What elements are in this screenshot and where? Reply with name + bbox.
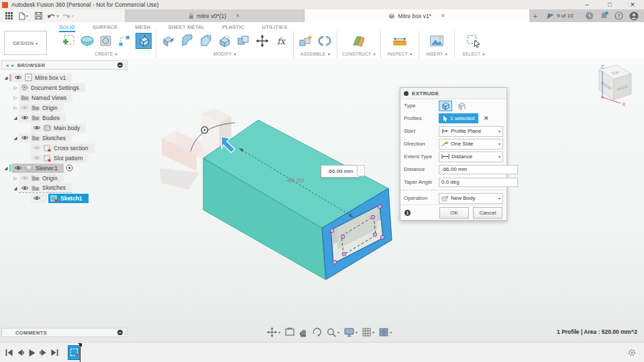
comments-panel-header[interactable]: COMMENTS (1, 328, 127, 337)
notifications-bell-icon[interactable] (600, 11, 608, 20)
document-limit-indicator[interactable]: 9 of 10 (547, 9, 573, 22)
eye-visible-icon[interactable] (33, 195, 41, 201)
expander-open-icon[interactable]: ◢ (12, 186, 19, 191)
tab-close-icon[interactable]: ✕ (235, 13, 240, 19)
dimension-input-grip[interactable]: ⋮ (357, 165, 365, 176)
tree-row-sleeve-component[interactable]: ◢ Sleeve:1 (1, 163, 95, 173)
combine-button[interactable] (235, 33, 252, 49)
tree-row-sleeve-sketches[interactable]: ◢ Sketches (1, 183, 95, 193)
zoom-tool-button[interactable]: ▾ (327, 328, 339, 337)
file-menu-button[interactable]: ▾ (17, 11, 30, 21)
distance-input[interactable] (439, 165, 518, 174)
expander-closed-icon[interactable]: ▷ (12, 95, 19, 101)
timeline-step-forward-button[interactable] (40, 349, 47, 356)
insert-canvas-button[interactable] (429, 33, 445, 49)
save-button[interactable] (32, 11, 44, 21)
look-at-button[interactable] (285, 328, 294, 337)
select-button[interactable] (466, 33, 482, 49)
pan-hand-button[interactable] (299, 328, 308, 337)
collapse-panel-icon[interactable]: ◄◄ (5, 63, 15, 68)
change-parameters-button[interactable]: fx (273, 33, 289, 49)
expander-closed-icon[interactable]: ▷ (12, 176, 19, 181)
tree-row-sketches[interactable]: ◢ Sketches (1, 133, 95, 143)
cancel-button[interactable]: Cancel (473, 207, 502, 219)
panel-options-icon[interactable] (117, 62, 123, 68)
group-label-assemble[interactable]: ASSEMBLE (301, 52, 325, 56)
create-sketch-button[interactable] (60, 33, 76, 49)
eye-visible-icon[interactable] (21, 115, 29, 121)
minimize-button[interactable]: – (576, 1, 598, 8)
tree-row-named-views[interactable]: ▷ Named Views (1, 93, 95, 103)
profiles-selected-chip[interactable]: 1 selected (439, 113, 478, 123)
app-launcher-grid-icon[interactable] (3, 11, 15, 21)
operation-dropdown[interactable]: New Body ▾ (439, 193, 503, 204)
tree-row-document-settings[interactable]: ▷ Document Settings (1, 82, 95, 93)
view-cube[interactable]: TOP FRONT RIGHT Z X (599, 64, 631, 107)
group-label-select[interactable]: SELECT (462, 52, 480, 56)
group-label-insert[interactable]: INSERT (426, 52, 443, 56)
close-button[interactable]: ✕ (621, 1, 644, 8)
timeline-play-button[interactable] (28, 349, 36, 357)
dialog-header[interactable]: EXTRUDE (400, 88, 506, 99)
fillet-button[interactable] (179, 33, 195, 49)
timeline-sketch-feature[interactable] (68, 345, 80, 360)
expander-closed-icon[interactable]: ▷ (12, 85, 19, 90)
tree-row-sketch1[interactable]: Sketch1 (1, 193, 95, 203)
expander-open-icon[interactable]: ◢ (12, 135, 19, 141)
eye-hidden-icon[interactable] (33, 145, 41, 151)
create-pattern-button[interactable] (117, 33, 133, 49)
eye-hidden-icon[interactable] (33, 155, 41, 161)
create-hole-button[interactable] (98, 33, 114, 49)
eye-visible-icon[interactable] (21, 135, 29, 141)
maximize-button[interactable]: □ (598, 1, 621, 8)
viewports-button[interactable]: ▾ (379, 328, 392, 337)
press-pull-button[interactable] (160, 33, 176, 49)
timeline-position-marker[interactable] (78, 343, 82, 347)
extruded-body[interactable] (203, 120, 392, 280)
document-tab-active[interactable]: Mitre box v1* ✕ (305, 9, 529, 22)
type-thin-extrude-button[interactable] (455, 101, 468, 111)
tab-close-icon[interactable]: ✕ (441, 13, 445, 19)
expander-closed-icon[interactable]: ▷ (12, 105, 19, 111)
group-label-construct[interactable]: CONSTRUCT (342, 52, 371, 56)
tree-row-slot-pattern[interactable]: Slot pattern (1, 153, 95, 163)
taper-angle-input[interactable] (439, 178, 518, 187)
timeline-settings-gear-icon[interactable] (628, 349, 636, 357)
start-dropdown[interactable]: Profile Plane ▾ (439, 126, 503, 137)
expander-open-icon[interactable]: ◢ (3, 166, 9, 171)
move-copy-button[interactable] (254, 33, 270, 49)
undo-button[interactable]: ▾ (47, 11, 59, 21)
eye-visible-icon[interactable] (14, 165, 22, 171)
ok-button[interactable]: OK (439, 207, 469, 219)
group-label-modify[interactable]: MODIFY (213, 52, 231, 56)
display-settings-button[interactable]: ▾ (344, 328, 358, 337)
tree-row-main-body[interactable]: Main body (1, 123, 95, 133)
new-component-button[interactable] (298, 33, 314, 49)
user-avatar[interactable] (629, 11, 639, 21)
construct-plane-button[interactable] (351, 33, 367, 49)
group-label-create[interactable]: CREATE (95, 52, 113, 56)
dimension-input[interactable] (321, 165, 360, 178)
shell-button[interactable] (217, 33, 233, 49)
new-tab-button[interactable]: + (529, 9, 541, 22)
job-status-clock-icon[interactable] (585, 11, 594, 20)
redo-button[interactable]: ▾ (62, 11, 74, 21)
expander-open-icon[interactable]: ◢ (3, 75, 9, 80)
workspace-selector-design[interactable]: DESIGN ▾ (4, 31, 47, 55)
timeline-go-to-end-button[interactable] (51, 349, 58, 356)
panel-options-icon[interactable] (117, 330, 123, 335)
type-extrude-button[interactable] (439, 101, 452, 111)
modeling-canvas[interactable]: -66.00 TOP FRONT RIGHT Z X ⋮ ◄◄ BROWS (0, 59, 644, 342)
eye-visible-icon[interactable] (33, 125, 41, 131)
document-tab-inactive[interactable]: mitre v0*(1) ✕ (125, 9, 305, 22)
clear-selection-icon[interactable]: ✕ (484, 115, 488, 121)
chamfer-button[interactable] (198, 33, 214, 49)
timeline-go-to-start-button[interactable] (5, 349, 13, 356)
direction-dropdown[interactable]: One Side ▾ (439, 139, 503, 149)
group-label-inspect[interactable]: INSPECT (388, 52, 408, 56)
eye-hidden-icon[interactable] (21, 105, 29, 111)
extent-type-dropdown[interactable]: Distance ▾ (439, 152, 503, 162)
browser-panel-header[interactable]: ◄◄ BROWSER (1, 60, 127, 70)
eye-hidden-icon[interactable] (21, 175, 29, 181)
measure-button[interactable] (392, 33, 408, 49)
